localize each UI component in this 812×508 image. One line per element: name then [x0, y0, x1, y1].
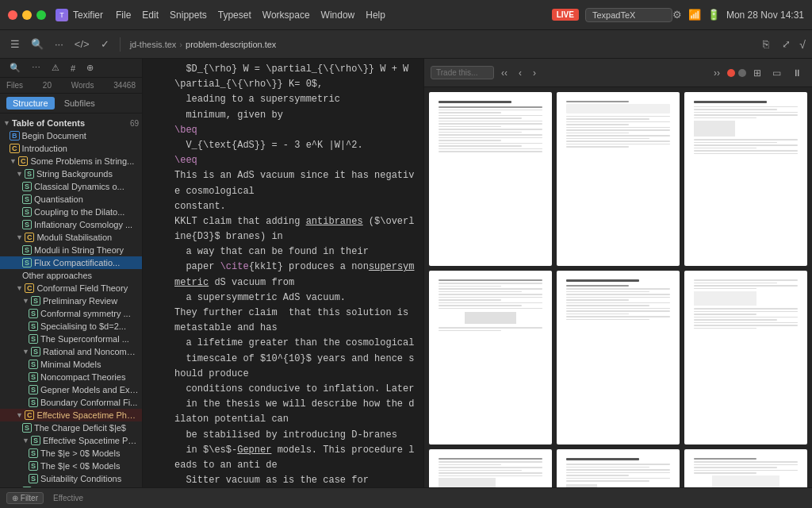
- preview-page-2[interactable]: [557, 92, 680, 266]
- preview-page-1[interactable]: [429, 92, 552, 266]
- tree-other-approaches[interactable]: Other approaches: [0, 269, 142, 282]
- code-line: constant.: [143, 199, 423, 214]
- tree-specialising[interactable]: SSpecialising to $d=2...: [0, 320, 142, 333]
- maximize-button[interactable]: [36, 10, 46, 20]
- menu-file[interactable]: File: [116, 10, 131, 21]
- typeset-input[interactable]: [585, 8, 672, 22]
- minimize-button[interactable]: [22, 10, 32, 20]
- effective-text: Effective: [53, 494, 83, 502]
- breadcrumb-current[interactable]: problem-description.tex: [186, 40, 276, 49]
- prev-page[interactable]: ‹‹: [497, 65, 511, 81]
- files-label: Files: [6, 81, 23, 90]
- code-line: Sitter vacuum as is the case for: [143, 473, 423, 487]
- tree-some-problems[interactable]: ▼CSome Problems in String...: [0, 155, 142, 167]
- preview-page-4[interactable]: [429, 271, 552, 444]
- code-line: V_{\text{AdS}} = - 3 e^K |W|^2.: [143, 138, 423, 153]
- filter-button[interactable]: ⊕ Filter: [6, 492, 44, 504]
- code-line: in the thesis we will describe how the d…: [143, 397, 423, 427]
- code-line: $D_{\rho} W = \partial_{\{\rho\}} W + W\…: [143, 62, 423, 92]
- sidebar-tag[interactable]: #: [67, 62, 79, 75]
- preview-search[interactable]: [431, 66, 494, 79]
- copy-btn[interactable]: ⎘: [759, 36, 773, 52]
- search-btn[interactable]: 🔍: [27, 36, 48, 52]
- tree-string-backgrounds[interactable]: ▼SString Backgrounds: [0, 167, 142, 180]
- titlebar: T Texifier File Edit Snippets Typeset Wo…: [0, 0, 812, 30]
- tag-btn[interactable]: </>: [71, 36, 94, 52]
- preview-page-7[interactable]: [429, 449, 552, 487]
- tree-begin-document[interactable]: BBegin Document: [0, 129, 142, 142]
- menu-edit[interactable]: Edit: [142, 10, 159, 21]
- app-icon-area: T Texifier: [56, 9, 103, 21]
- menu-snippets[interactable]: Snippets: [170, 10, 207, 21]
- wifi-icon: 📶: [688, 9, 701, 21]
- tree-effective-spacetime[interactable]: ▼CEffective Spacetime Physi...: [0, 409, 142, 421]
- titlebar-right: ⚙ 📶 🔋 Mon 28 Nov 14:31: [672, 9, 804, 21]
- files-count: 20: [43, 81, 52, 90]
- tree-boundary[interactable]: SBoundary Conformal Fi...: [0, 396, 142, 409]
- tree-minimal[interactable]: SMinimal Models: [0, 358, 142, 371]
- menu-typeset[interactable]: Typeset: [218, 10, 251, 21]
- menu-workspace[interactable]: Workspace: [262, 10, 310, 21]
- effective-label: Effective: [53, 494, 83, 502]
- main-area: 🔍 ⋯ ⚠ # ⊕ Files 20 Words 34468 Structure…: [0, 59, 812, 487]
- tab-structure[interactable]: Structure: [6, 97, 55, 110]
- preview-toolbar-right: ›› ⊞ ▭ ⏸: [710, 65, 806, 81]
- tree-rational[interactable]: ▼SRational and Noncompa...: [0, 345, 142, 358]
- sidebar-tabs: Structure Subfiles: [0, 94, 142, 114]
- preview-page-6[interactable]: [684, 271, 807, 444]
- ellipsis-btn[interactable]: ···: [51, 36, 67, 52]
- battery-icon: 🔋: [707, 9, 720, 21]
- tab-subfiles[interactable]: Subfiles: [58, 97, 102, 110]
- tree-suitability[interactable]: SSuitability Conditions: [0, 472, 142, 485]
- tree-coupling-dilaton[interactable]: SCoupling to the Dilato...: [0, 206, 142, 218]
- tree-eff-spacetime-ph[interactable]: ▼SEffective Spacetime Ph...: [0, 434, 142, 447]
- tree-classical-dynamics[interactable]: SClassical Dynamics o...: [0, 180, 142, 193]
- tree-note-similar[interactable]: SA Note on Similar Apps...: [0, 485, 142, 487]
- tree-noncompact[interactable]: SNoncompact Theories: [0, 371, 142, 383]
- preview-page-3[interactable]: [684, 92, 807, 266]
- sidebar-toggle[interactable]: ☰: [6, 36, 24, 52]
- tree-prelim-review[interactable]: ▼SPreliminary Review: [0, 294, 142, 307]
- preview-grid[interactable]: ∿∿∿: [424, 87, 812, 487]
- code-line: KKLT claim that adding antibranes ($\ove…: [143, 214, 423, 244]
- preview-page-8[interactable]: [557, 449, 680, 487]
- tree-e-pos[interactable]: SThe $|e > 0$ Models: [0, 447, 142, 460]
- tree-charge-deficit[interactable]: SThe Charge Deficit $|e$: [0, 421, 142, 434]
- prev-single[interactable]: ‹: [515, 65, 526, 81]
- tree-conformal[interactable]: ▼CConformal Field Theory: [0, 282, 142, 294]
- grid-view-btn[interactable]: ⊞: [749, 65, 765, 81]
- tree-quantisation[interactable]: SQuantisation: [0, 193, 142, 206]
- next-single[interactable]: ›: [529, 65, 540, 81]
- next-all[interactable]: ››: [710, 65, 724, 81]
- preview-page-5[interactable]: [557, 271, 680, 444]
- check-btn[interactable]: ✓: [97, 36, 113, 52]
- tree-superconformal[interactable]: SThe Superconformal ...: [0, 333, 142, 345]
- close-button[interactable]: [8, 10, 17, 20]
- tree-gepner[interactable]: SGepner Models and Exa...: [0, 383, 142, 396]
- tree-moduli-string[interactable]: SModuli in String Theory: [0, 244, 142, 256]
- code-line: conditions conducive to inflation. Later: [143, 382, 423, 397]
- breadcrumb-root[interactable]: jd-thesis.tex: [130, 40, 177, 49]
- tree-conformal-sym[interactable]: SConformal symmetry ...: [0, 307, 142, 320]
- divider-1: [120, 37, 121, 52]
- sqrt-symbol: √: [799, 38, 806, 51]
- menu-help[interactable]: Help: [366, 10, 385, 21]
- sidebar-search[interactable]: 🔍: [6, 61, 24, 75]
- pause-btn[interactable]: ⏸: [788, 65, 806, 81]
- sidebar-more[interactable]: ⋯: [29, 61, 44, 75]
- menu-window[interactable]: Window: [321, 10, 355, 21]
- single-view-btn[interactable]: ▭: [768, 65, 785, 81]
- tree-inflationary[interactable]: SInflationary Cosmology ...: [0, 218, 142, 231]
- preview-page-9[interactable]: [684, 449, 807, 487]
- sidebar-magnify[interactable]: ⊕: [83, 61, 97, 75]
- fullscreen-btn[interactable]: ⤢: [778, 36, 795, 52]
- tree-moduli-stab[interactable]: ▼CModuli Stabilisation: [0, 231, 142, 244]
- editor[interactable]: $D_{\rho} W = \partial_{\{\rho\}} W + W\…: [143, 59, 423, 487]
- code-line: a lifetime greater than the cosmological: [143, 336, 423, 351]
- tree-introduction[interactable]: CIntroduction: [0, 142, 142, 155]
- sidebar-warning[interactable]: ⚠: [48, 61, 63, 75]
- settings-icon[interactable]: ⚙: [672, 9, 682, 21]
- tree-flux-compact[interactable]: SFlux Compactificatio...: [0, 256, 142, 269]
- tree-e-neg[interactable]: SThe $|e < 0$ Models: [0, 460, 142, 472]
- code-line: a way that can be found in their: [143, 244, 423, 260]
